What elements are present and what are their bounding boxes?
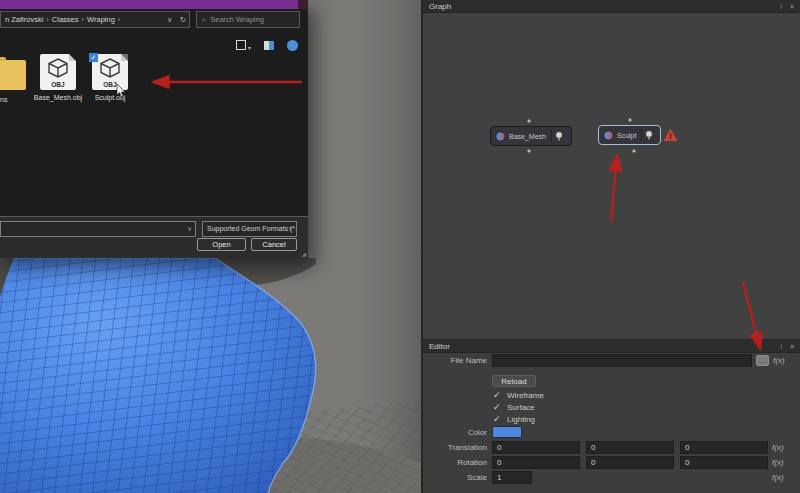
obj-cube-icon xyxy=(40,57,76,79)
view-mode-button[interactable]: ▾ xyxy=(236,36,251,54)
rotation-z-input[interactable]: 0 xyxy=(680,456,768,469)
help-icon[interactable] xyxy=(287,40,298,51)
translation-x-input[interactable]: 0 xyxy=(492,441,580,454)
open-file-dialog: n Zafirovski›Classes›Wraping› ∨ ↻ ⌕Searc… xyxy=(0,0,308,258)
scale-input[interactable]: 1 xyxy=(492,471,532,484)
color-swatch[interactable] xyxy=(492,426,522,438)
editor-panel-header: Editor i ✕ xyxy=(423,340,800,353)
graph-info-icon[interactable]: i xyxy=(781,3,783,10)
node-base-mesh[interactable]: Base_Mesh xyxy=(490,126,572,146)
obj-file-icon: OBJ xyxy=(40,54,76,90)
rotation-x-input[interactable]: 0 xyxy=(492,456,580,469)
graph-panel[interactable]: Graph i ✕ Base_Mesh xyxy=(421,0,800,339)
node-divider xyxy=(641,129,642,141)
lighting-checkbox-label: Lighting xyxy=(507,413,535,426)
preview-pane-button[interactable] xyxy=(264,41,274,50)
graph-close-icon[interactable]: ✕ xyxy=(789,3,795,10)
checkbox-check-icon[interactable]: ✓ xyxy=(493,413,501,425)
warning-glyph: ! xyxy=(669,131,672,141)
format-filter-dropdown[interactable]: Supported Geom Formats (*.ob ∨ xyxy=(202,221,297,237)
format-filter-value: Supported Geom Formats (*.ob xyxy=(207,225,297,232)
editor-close-icon[interactable]: ✕ xyxy=(789,343,795,350)
folder-icon[interactable] xyxy=(0,60,26,90)
node-divider xyxy=(551,130,552,142)
breadcrumb-separator-icon: › xyxy=(82,15,85,24)
dialog-titlebar[interactable] xyxy=(0,0,308,9)
editor-info-icon[interactable]: i xyxy=(781,343,783,350)
browse-button[interactable]: … xyxy=(756,355,769,366)
folder-label: ns xyxy=(0,96,7,103)
geometry-node-icon xyxy=(495,131,506,142)
translation-y-input[interactable]: 0 xyxy=(586,441,674,454)
breadcrumb-crumb[interactable]: Classes xyxy=(52,15,79,24)
graph-panel-title: Graph xyxy=(429,2,451,11)
geometry-node-icon xyxy=(603,130,614,141)
lighting-checkbox-row[interactable]: ✓ Lighting xyxy=(423,413,800,426)
node-warning-icon: ! xyxy=(663,128,678,142)
refresh-icon[interactable]: ↻ xyxy=(180,15,186,24)
search-input[interactable]: ⌕Search Wraping xyxy=(196,11,300,28)
reload-button[interactable]: Reload xyxy=(492,375,536,387)
node-port-bottom[interactable] xyxy=(632,149,636,153)
search-placeholder: Search Wraping xyxy=(210,15,264,24)
dialog-close-button[interactable] xyxy=(298,0,308,9)
scale-label: Scale xyxy=(423,471,487,484)
editor-panel[interactable]: Editor i ✕ File Name … f(x) Reload ✓ Wir… xyxy=(421,339,800,493)
node-port-top[interactable] xyxy=(628,118,632,122)
translation-z-input[interactable]: 0 xyxy=(680,441,768,454)
graph-panel-header: Graph i ✕ xyxy=(423,0,800,13)
node-sculpt[interactable]: Sculpt xyxy=(598,125,661,145)
file-name: Base_Mesh.obj xyxy=(33,94,83,101)
breadcrumb[interactable]: n Zafirovski›Classes›Wraping› ∨ ↻ xyxy=(0,11,190,28)
obj-badge: OBJ xyxy=(40,81,76,88)
file-name-input[interactable] xyxy=(492,354,752,367)
app-window: Graph i ✕ Base_Mesh xyxy=(0,0,800,493)
file-name-label: File Name xyxy=(423,354,487,367)
file-name-fx-button[interactable]: f(x) xyxy=(773,354,785,367)
node-label: Sculpt xyxy=(617,132,636,139)
resize-grip-icon[interactable]: ◢ xyxy=(301,250,306,257)
checkbox-check-icon[interactable]: ✓ xyxy=(493,389,501,401)
editor-panel-title: Editor xyxy=(429,342,450,351)
mouse-cursor-icon xyxy=(116,84,126,98)
node-port-bottom[interactable] xyxy=(527,149,531,153)
translation-label: Translation xyxy=(423,441,487,454)
rotation-label: Rotation xyxy=(423,456,487,469)
rotation-fx-button[interactable]: f(x) xyxy=(772,456,784,469)
file-name: Sculpt.obj xyxy=(85,94,135,101)
search-icon: ⌕ xyxy=(202,15,206,24)
checkbox-check-icon[interactable]: ✓ xyxy=(493,401,501,413)
cancel-button[interactable]: Cancel xyxy=(251,238,297,251)
address-dropdown-icon[interactable]: ∨ xyxy=(167,15,173,24)
breadcrumb-crumb[interactable]: n Zafirovski xyxy=(5,15,43,24)
selected-checkbox-icon[interactable]: ✓ xyxy=(89,53,98,62)
scale-fx-button[interactable]: f(x) xyxy=(772,471,784,484)
file-item-base-mesh[interactable]: OBJ Base_Mesh.obj xyxy=(33,54,83,101)
view-mode-icon xyxy=(236,40,246,50)
combobox-chevron-icon[interactable]: ∨ xyxy=(187,222,192,236)
node-visibility-bulb-icon[interactable] xyxy=(555,131,563,142)
node-visibility-bulb-icon[interactable] xyxy=(645,130,653,141)
breadcrumb-crumb[interactable]: Wraping xyxy=(87,15,115,24)
breadcrumb-separator-icon: › xyxy=(118,15,121,24)
open-button[interactable]: Open xyxy=(197,238,246,251)
breadcrumb-separator-icon: › xyxy=(46,15,49,24)
rotation-y-input[interactable]: 0 xyxy=(586,456,674,469)
dialog-footer: ∨ Supported Geom Formats (*.ob ∨ Open Ca… xyxy=(0,216,308,258)
file-item-sculpt[interactable]: OBJ ✓ Sculpt.obj xyxy=(85,54,135,101)
color-label: Color xyxy=(423,426,487,439)
node-port-top[interactable] xyxy=(527,119,531,123)
node-label: Base_Mesh xyxy=(509,133,546,140)
view-mode-caret-icon: ▾ xyxy=(248,45,251,51)
filename-combobox[interactable]: ∨ xyxy=(0,221,196,237)
translation-fx-button[interactable]: f(x) xyxy=(772,441,784,454)
dropdown-chevron-icon[interactable]: ∨ xyxy=(288,222,293,236)
